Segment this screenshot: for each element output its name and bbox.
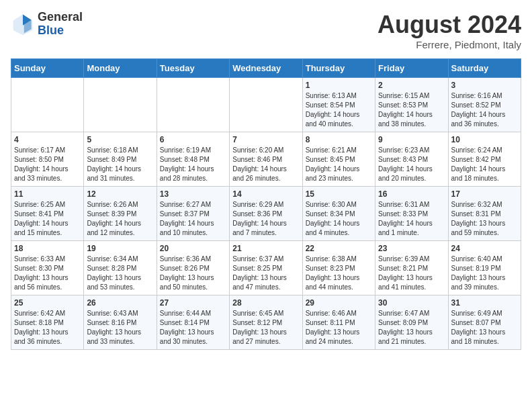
title-section: August 2024 Ferrere, Piedmont, Italy [378, 11, 521, 50]
day-number: 17 [451, 189, 518, 199]
calendar-cell [230, 78, 302, 132]
day-number: 30 [378, 298, 445, 308]
calendar-cell: 18Sunrise: 6:33 AM Sunset: 8:30 PM Dayli… [11, 241, 84, 295]
calendar: SundayMondayTuesdayWednesdayThursdayFrid… [11, 58, 521, 350]
calendar-cell: 9Sunrise: 6:23 AM Sunset: 8:43 PM Daylig… [375, 132, 448, 187]
calendar-cell: 8Sunrise: 6:21 AM Sunset: 8:45 PM Daylig… [302, 132, 375, 187]
day-info: Sunrise: 6:34 AM Sunset: 8:28 PM Dayligh… [87, 255, 153, 292]
calendar-week-3: 18Sunrise: 6:33 AM Sunset: 8:30 PM Dayli… [11, 241, 521, 295]
calendar-cell: 7Sunrise: 6:20 AM Sunset: 8:46 PM Daylig… [230, 132, 302, 187]
day-number: 18 [14, 244, 81, 253]
calendar-cell: 10Sunrise: 6:24 AM Sunset: 8:42 PM Dayli… [448, 132, 521, 187]
calendar-cell: 3Sunrise: 6:16 AM Sunset: 8:52 PM Daylig… [448, 78, 521, 132]
logo-text: General Blue [38, 11, 83, 38]
calendar-cell: 28Sunrise: 6:45 AM Sunset: 8:12 PM Dayli… [230, 295, 302, 350]
day-number: 9 [378, 135, 445, 144]
day-number: 31 [451, 298, 518, 308]
day-number: 13 [160, 189, 226, 199]
calendar-cell: 6Sunrise: 6:19 AM Sunset: 8:48 PM Daylig… [157, 132, 229, 187]
day-info: Sunrise: 6:37 AM Sunset: 8:25 PM Dayligh… [232, 255, 299, 292]
calendar-cell: 17Sunrise: 6:32 AM Sunset: 8:31 PM Dayli… [448, 187, 521, 241]
calendar-cell: 26Sunrise: 6:43 AM Sunset: 8:16 PM Dayli… [84, 295, 157, 350]
day-number: 27 [160, 298, 226, 308]
calendar-header-friday: Friday [375, 59, 448, 78]
day-number: 12 [87, 189, 153, 199]
day-info: Sunrise: 6:33 AM Sunset: 8:30 PM Dayligh… [14, 255, 81, 292]
day-info: Sunrise: 6:44 AM Sunset: 8:14 PM Dayligh… [160, 309, 226, 347]
logo: General Blue [11, 11, 83, 38]
day-info: Sunrise: 6:17 AM Sunset: 8:50 PM Dayligh… [14, 146, 81, 183]
calendar-cell: 4Sunrise: 6:17 AM Sunset: 8:50 PM Daylig… [11, 132, 84, 187]
month-title: August 2024 [378, 11, 521, 39]
calendar-week-2: 11Sunrise: 6:25 AM Sunset: 8:41 PM Dayli… [11, 187, 521, 241]
page-header: General Blue August 2024 Ferrere, Piedmo… [11, 11, 521, 50]
calendar-cell [157, 78, 229, 132]
calendar-cell: 16Sunrise: 6:31 AM Sunset: 8:33 PM Dayli… [375, 187, 448, 241]
day-number: 4 [14, 135, 81, 144]
day-info: Sunrise: 6:46 AM Sunset: 8:11 PM Dayligh… [306, 309, 372, 347]
day-number: 1 [306, 81, 372, 90]
calendar-cell: 25Sunrise: 6:42 AM Sunset: 8:18 PM Dayli… [11, 295, 84, 350]
day-info: Sunrise: 6:20 AM Sunset: 8:46 PM Dayligh… [232, 146, 299, 183]
day-number: 10 [451, 135, 518, 144]
calendar-cell: 27Sunrise: 6:44 AM Sunset: 8:14 PM Dayli… [157, 295, 229, 350]
day-info: Sunrise: 6:30 AM Sunset: 8:34 PM Dayligh… [306, 200, 372, 238]
day-number: 25 [14, 298, 81, 308]
day-info: Sunrise: 6:18 AM Sunset: 8:49 PM Dayligh… [87, 146, 153, 183]
day-number: 15 [306, 189, 372, 199]
calendar-cell: 22Sunrise: 6:38 AM Sunset: 8:23 PM Dayli… [302, 241, 375, 295]
day-info: Sunrise: 6:36 AM Sunset: 8:26 PM Dayligh… [160, 255, 226, 292]
day-number: 28 [232, 298, 299, 308]
calendar-week-4: 25Sunrise: 6:42 AM Sunset: 8:18 PM Dayli… [11, 295, 521, 350]
calendar-cell: 13Sunrise: 6:27 AM Sunset: 8:37 PM Dayli… [157, 187, 229, 241]
day-number: 8 [306, 135, 372, 144]
day-number: 19 [87, 244, 153, 253]
calendar-cell: 20Sunrise: 6:36 AM Sunset: 8:26 PM Dayli… [157, 241, 229, 295]
day-info: Sunrise: 6:40 AM Sunset: 8:19 PM Dayligh… [451, 255, 518, 292]
calendar-cell: 11Sunrise: 6:25 AM Sunset: 8:41 PM Dayli… [11, 187, 84, 241]
day-info: Sunrise: 6:29 AM Sunset: 8:36 PM Dayligh… [232, 200, 299, 238]
calendar-cell: 23Sunrise: 6:39 AM Sunset: 8:21 PM Dayli… [375, 241, 448, 295]
day-number: 5 [87, 135, 153, 144]
day-info: Sunrise: 6:16 AM Sunset: 8:52 PM Dayligh… [451, 91, 518, 129]
day-number: 20 [160, 244, 226, 253]
logo-blue: Blue [38, 24, 83, 38]
calendar-cell: 31Sunrise: 6:49 AM Sunset: 8:07 PM Dayli… [448, 295, 521, 350]
calendar-header-row: SundayMondayTuesdayWednesdayThursdayFrid… [11, 59, 521, 78]
day-info: Sunrise: 6:38 AM Sunset: 8:23 PM Dayligh… [306, 255, 372, 292]
day-info: Sunrise: 6:39 AM Sunset: 8:21 PM Dayligh… [378, 255, 445, 292]
day-number: 11 [14, 189, 81, 199]
day-number: 3 [451, 81, 518, 90]
day-number: 26 [87, 298, 153, 308]
day-number: 29 [306, 298, 372, 308]
calendar-cell: 5Sunrise: 6:18 AM Sunset: 8:49 PM Daylig… [84, 132, 157, 187]
location: Ferrere, Piedmont, Italy [378, 39, 521, 50]
calendar-week-1: 4Sunrise: 6:17 AM Sunset: 8:50 PM Daylig… [11, 132, 521, 187]
day-info: Sunrise: 6:27 AM Sunset: 8:37 PM Dayligh… [160, 200, 226, 238]
day-info: Sunrise: 6:25 AM Sunset: 8:41 PM Dayligh… [14, 200, 81, 238]
calendar-cell: 24Sunrise: 6:40 AM Sunset: 8:19 PM Dayli… [448, 241, 521, 295]
day-info: Sunrise: 6:21 AM Sunset: 8:45 PM Dayligh… [306, 146, 372, 183]
logo-general: General [38, 11, 83, 24]
day-info: Sunrise: 6:31 AM Sunset: 8:33 PM Dayligh… [378, 200, 445, 238]
day-info: Sunrise: 6:15 AM Sunset: 8:53 PM Dayligh… [378, 91, 445, 129]
day-info: Sunrise: 6:47 AM Sunset: 8:09 PM Dayligh… [378, 309, 445, 347]
calendar-cell: 29Sunrise: 6:46 AM Sunset: 8:11 PM Dayli… [302, 295, 375, 350]
calendar-header-wednesday: Wednesday [230, 59, 302, 78]
calendar-cell: 30Sunrise: 6:47 AM Sunset: 8:09 PM Dayli… [375, 295, 448, 350]
day-number: 6 [160, 135, 226, 144]
day-number: 22 [306, 244, 372, 253]
day-info: Sunrise: 6:45 AM Sunset: 8:12 PM Dayligh… [232, 309, 299, 347]
day-info: Sunrise: 6:26 AM Sunset: 8:39 PM Dayligh… [87, 200, 153, 238]
day-info: Sunrise: 6:42 AM Sunset: 8:18 PM Dayligh… [14, 309, 81, 347]
day-number: 24 [451, 244, 518, 253]
day-number: 16 [378, 189, 445, 199]
day-number: 23 [378, 244, 445, 253]
calendar-header-thursday: Thursday [302, 59, 375, 78]
calendar-header-sunday: Sunday [11, 59, 84, 78]
calendar-cell [84, 78, 157, 132]
calendar-cell: 14Sunrise: 6:29 AM Sunset: 8:36 PM Dayli… [230, 187, 302, 241]
calendar-header-saturday: Saturday [448, 59, 521, 78]
day-info: Sunrise: 6:49 AM Sunset: 8:07 PM Dayligh… [451, 309, 518, 347]
day-info: Sunrise: 6:19 AM Sunset: 8:48 PM Dayligh… [160, 146, 226, 183]
